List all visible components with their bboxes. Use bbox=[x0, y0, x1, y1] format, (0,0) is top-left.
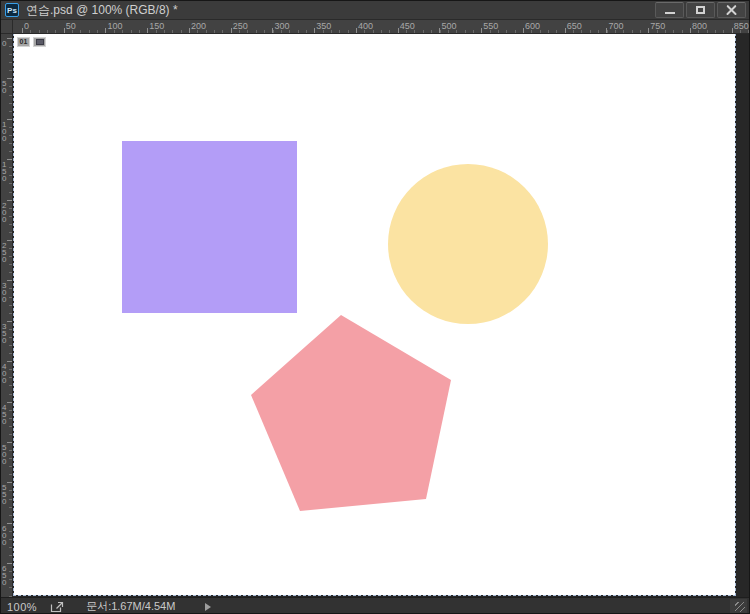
v-ruler-label: 1 0 0 bbox=[2, 121, 6, 142]
h-ruler-label: 300 bbox=[275, 21, 290, 31]
status-flyout-arrow-icon[interactable] bbox=[205, 603, 211, 611]
v-ruler-label: 4 5 0 bbox=[2, 404, 6, 425]
v-ruler-label: 3 5 0 bbox=[2, 323, 6, 344]
photoshop-window: Ps 연습.psd @ 100% (RGB/8) * 0501001502002… bbox=[0, 0, 750, 614]
h-ruler-label: 350 bbox=[316, 21, 331, 31]
vertical-ruler[interactable]: 05 01 0 01 5 02 0 02 5 03 0 03 5 04 0 04… bbox=[1, 34, 13, 597]
h-ruler-label: 800 bbox=[692, 21, 707, 31]
h-ruler-label: 500 bbox=[442, 21, 457, 31]
h-ruler-label: 450 bbox=[400, 21, 415, 31]
v-ruler-label: 4 0 0 bbox=[2, 363, 6, 384]
v-ruler-label: 5 5 0 bbox=[2, 484, 6, 505]
pink-pentagon[interactable] bbox=[251, 315, 452, 511]
photoshop-logo-icon: Ps bbox=[5, 3, 19, 17]
close-icon bbox=[726, 5, 737, 16]
v-ruler-label: 1 5 0 bbox=[2, 161, 6, 182]
status-bar: 100% 문서:1.67M/4.54M bbox=[1, 597, 749, 614]
h-ruler-label: 400 bbox=[358, 21, 373, 31]
h-ruler-label: 100 bbox=[108, 21, 123, 31]
window-title: 연습.psd @ 100% (RGB/8) * bbox=[26, 2, 178, 19]
slice-number-badge: 01 bbox=[17, 37, 30, 47]
v-ruler-label: 5 0 bbox=[2, 80, 6, 94]
h-ruler-label: 200 bbox=[191, 21, 206, 31]
title-bar[interactable]: Ps 연습.psd @ 100% (RGB/8) * bbox=[1, 1, 749, 20]
document-canvas[interactable]: 01 bbox=[14, 34, 735, 595]
h-ruler-label: 550 bbox=[483, 21, 498, 31]
window-controls bbox=[655, 2, 746, 18]
minimize-icon bbox=[665, 12, 675, 14]
h-ruler-label: 850 bbox=[734, 21, 749, 31]
h-ruler-label: 150 bbox=[149, 21, 164, 31]
ruler-origin-corner[interactable] bbox=[1, 20, 13, 34]
h-ruler-label: 250 bbox=[233, 21, 248, 31]
slice-type-badge bbox=[33, 37, 46, 47]
yellow-circle[interactable] bbox=[388, 164, 548, 324]
v-ruler-label: 2 0 0 bbox=[2, 202, 6, 223]
minimize-button[interactable] bbox=[655, 2, 684, 18]
v-ruler-label: 2 5 0 bbox=[2, 242, 6, 263]
v-ruler-label: 6 0 0 bbox=[2, 525, 6, 546]
h-ruler-label: 650 bbox=[567, 21, 582, 31]
slice-badges: 01 bbox=[17, 37, 46, 47]
h-ruler-label: 600 bbox=[525, 21, 540, 31]
document-size-info[interactable]: 문서:1.67M/4.54M bbox=[86, 599, 175, 614]
close-button[interactable] bbox=[717, 2, 746, 18]
v-ruler-label: 5 0 0 bbox=[2, 444, 6, 465]
canvas-viewport[interactable]: 01 bbox=[13, 34, 750, 597]
share-icon[interactable] bbox=[50, 601, 64, 613]
maximize-button[interactable] bbox=[686, 2, 715, 18]
window-resize-grip[interactable] bbox=[730, 599, 747, 614]
purple-square[interactable] bbox=[122, 141, 297, 313]
h-ruler-label: 0 bbox=[24, 21, 29, 31]
maximize-icon bbox=[696, 6, 705, 14]
slice-type-icon bbox=[36, 39, 44, 45]
horizontal-ruler[interactable]: 0501001502002503003504004505005506006507… bbox=[13, 20, 750, 34]
h-ruler-label: 750 bbox=[650, 21, 665, 31]
v-ruler-label: 3 0 0 bbox=[2, 282, 6, 303]
h-ruler-label: 50 bbox=[66, 21, 76, 31]
zoom-level-field[interactable]: 100% bbox=[7, 601, 37, 613]
v-ruler-label: 6 5 0 bbox=[2, 565, 6, 586]
h-ruler-label: 700 bbox=[609, 21, 624, 31]
v-ruler-label: 0 bbox=[2, 40, 6, 47]
